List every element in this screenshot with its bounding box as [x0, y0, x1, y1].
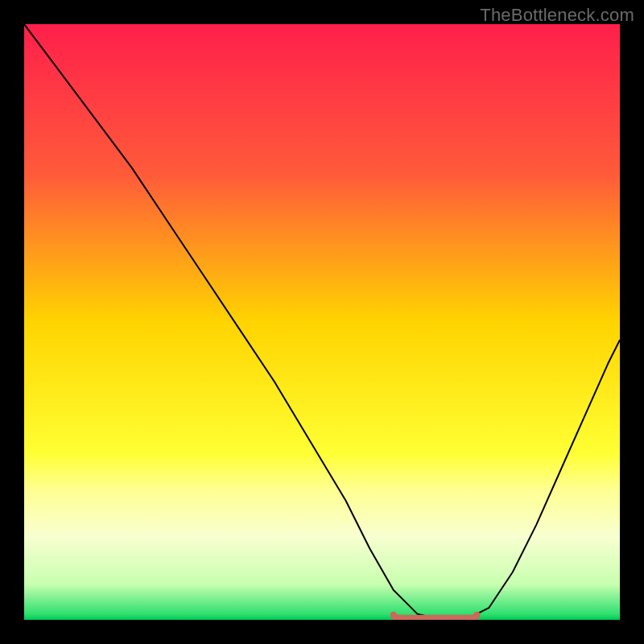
gradient-background: [24, 24, 620, 620]
chart-container: TheBottleneck.com: [0, 0, 644, 644]
chart-svg: [24, 24, 620, 620]
optimal-range-marker: [394, 615, 477, 618]
plot-area: [24, 24, 620, 620]
watermark-text: TheBottleneck.com: [480, 5, 634, 26]
